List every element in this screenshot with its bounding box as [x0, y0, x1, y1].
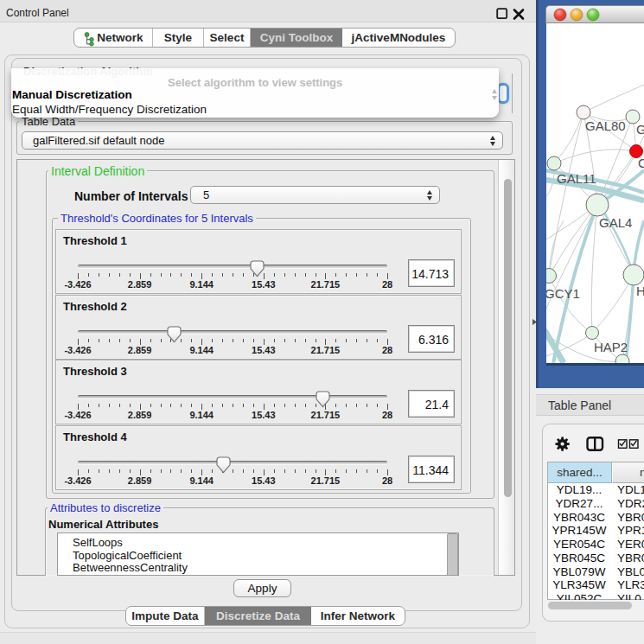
svg-text:GAL4: GAL4: [599, 215, 632, 230]
svg-text:GAL11: GAL11: [557, 171, 596, 186]
svg-text:G.: G.: [636, 122, 644, 137]
svg-text:C: C: [638, 156, 644, 170]
svg-text:GCY1: GCY1: [546, 286, 580, 301]
svg-text:HAP2: HAP2: [594, 340, 628, 354]
svg-text:H: H: [636, 284, 644, 298]
svg-text:GAL80: GAL80: [585, 118, 626, 133]
